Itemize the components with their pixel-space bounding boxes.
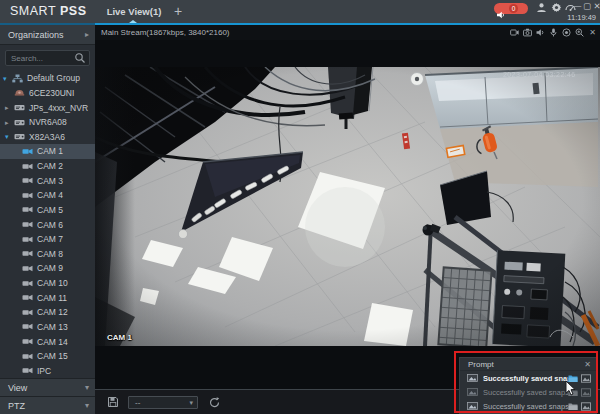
- talk-icon[interactable]: [549, 28, 558, 37]
- cam-icon: [22, 220, 34, 229]
- expand-icon[interactable]: ▾: [5, 133, 14, 140]
- tree-item-label: CAM 13: [37, 322, 68, 332]
- snapshot-thumbnail-icon: [467, 388, 478, 396]
- ptz-panel-header[interactable]: PTZ ▾: [0, 396, 95, 414]
- cam-icon: [22, 337, 34, 346]
- tree-item-label: CAM 2: [37, 161, 63, 171]
- tree-item-label: CAM 12: [37, 307, 68, 317]
- dropdown-value: --: [135, 398, 140, 407]
- tree-item-x82a3a6[interactable]: ▾X82A3A6: [0, 130, 95, 145]
- tree-item-cam-9[interactable]: CAM 9: [0, 261, 95, 276]
- open-folder-icon[interactable]: [568, 388, 578, 397]
- search-box[interactable]: [5, 50, 90, 66]
- tree-item-cam-11[interactable]: CAM 11: [0, 290, 95, 305]
- cam-icon: [22, 176, 34, 185]
- tree-item-cam-3[interactable]: CAM 3: [0, 173, 95, 188]
- cam-icon: [22, 366, 34, 375]
- smartpss-window: SMART PSS Live View(1) + 0 — ▢ ✕ 11:19:4…: [0, 0, 600, 414]
- tree-item-cam-15[interactable]: CAM 15: [0, 349, 95, 364]
- tree-item-cam-13[interactable]: CAM 13: [0, 320, 95, 335]
- alarm-button[interactable]: 0: [494, 3, 528, 14]
- view-caret-icon: ▾: [85, 379, 89, 397]
- dropdown-caret-icon: ▾: [189, 397, 193, 409]
- close-video-icon[interactable]: ✕: [588, 28, 597, 37]
- expand-icon[interactable]: ▸: [5, 119, 14, 126]
- open-image-icon[interactable]: [581, 374, 591, 383]
- speaker-icon: [497, 5, 505, 13]
- snapshot-thumbnail-icon: [467, 402, 478, 410]
- video-tile-header[interactable]: Main Stream(1867kbps, 3840*2160) ✕: [95, 25, 600, 40]
- snapshot-icon[interactable]: [523, 28, 532, 37]
- tree-item-label: CAM 3: [37, 176, 63, 186]
- tree-item-default-group[interactable]: ▾Default Group: [0, 71, 95, 86]
- tree-item-label: CAM 4: [37, 190, 63, 200]
- search-input[interactable]: [6, 54, 74, 63]
- tree-item-cam-2[interactable]: CAM 2: [0, 159, 95, 174]
- prompt-message: Successfully saved snapshot: [483, 402, 568, 411]
- digital-zoom-icon[interactable]: [575, 28, 584, 37]
- close-button[interactable]: ✕: [592, 1, 600, 12]
- osd-camera-name: CAM 1: [107, 333, 132, 342]
- save-view-icon[interactable]: [107, 396, 119, 408]
- refresh-icon[interactable]: [208, 396, 221, 409]
- user-icon[interactable]: [536, 2, 547, 13]
- tree-item-cam-10[interactable]: CAM 10: [0, 276, 95, 291]
- tree-item-cam-7[interactable]: CAM 7: [0, 232, 95, 247]
- tree-item-6ce230uni[interactable]: 6CE230UNI: [0, 86, 95, 101]
- tree-item-label: CAM 9: [37, 263, 63, 273]
- live-view-pane: Main Stream(1867kbps, 3840*2160) ✕: [95, 25, 600, 414]
- open-image-icon[interactable]: [581, 388, 591, 397]
- prompt-header: Prompt ✕: [460, 358, 596, 371]
- organizations-header[interactable]: Organizations ▸: [0, 25, 95, 45]
- cam-icon: [22, 162, 34, 171]
- tree-item-nvr6a08[interactable]: ▸NVR6A08: [0, 115, 95, 130]
- tree-item-cam-12[interactable]: CAM 12: [0, 305, 95, 320]
- tree-item-cam-5[interactable]: CAM 5: [0, 203, 95, 218]
- prompt-row-2: Successfully saved snapshot: [460, 385, 596, 399]
- sidebar: Organizations ▸ ▾Default Group6CE230UNI▸…: [0, 25, 95, 414]
- add-tab-button[interactable]: +: [170, 1, 186, 23]
- tree-item-cam-8[interactable]: CAM 8: [0, 247, 95, 262]
- cam-icon: [22, 205, 34, 214]
- tree-item-label: IPC: [37, 366, 51, 376]
- audio-icon[interactable]: [536, 28, 545, 37]
- tree-item-label: CAM 5: [37, 205, 63, 215]
- cam-icon: [22, 264, 34, 273]
- tree-item-label: CAM 8: [37, 249, 63, 259]
- prompt-message: Successfully saved snapshot: [483, 374, 568, 383]
- prompt-message: Successfully saved snapshot: [483, 388, 568, 397]
- tree-item-jps-4xxx-nvr[interactable]: ▸JPs_4xxx_NVR: [0, 100, 95, 115]
- tree-item-cam-1[interactable]: CAM 1: [0, 144, 95, 159]
- organizations-title: Organizations: [8, 30, 64, 40]
- open-image-icon[interactable]: [581, 402, 591, 411]
- group-icon: [12, 74, 24, 83]
- tree-item-cam-14[interactable]: CAM 14: [0, 334, 95, 349]
- tree-item-label: X82A3A6: [29, 132, 65, 142]
- tree-item-label: CAM 14: [37, 337, 68, 347]
- minimize-button[interactable]: —: [572, 1, 582, 12]
- gear-icon[interactable]: [551, 2, 562, 13]
- snapshot-thumbnail-icon: [467, 374, 478, 382]
- prompt-close-icon[interactable]: ✕: [584, 358, 591, 371]
- ptz-caret-icon: ▾: [85, 397, 89, 414]
- local-record-icon[interactable]: [510, 28, 519, 37]
- view-select-dropdown[interactable]: -- ▾: [128, 396, 198, 409]
- view-panel-header[interactable]: View ▾: [0, 378, 95, 396]
- camera-scene: [95, 67, 600, 346]
- cam-icon: [22, 352, 34, 361]
- tree-item-label: CAM 15: [37, 351, 68, 361]
- open-folder-icon[interactable]: [568, 374, 578, 383]
- view-panel-label: View: [8, 383, 27, 393]
- maximize-button[interactable]: ▢: [582, 1, 592, 12]
- tree-item-cam-6[interactable]: CAM 6: [0, 217, 95, 232]
- instant-record-icon[interactable]: [562, 28, 571, 37]
- expand-icon[interactable]: ▾: [3, 75, 12, 82]
- device-tree: ▾Default Group6CE230UNI▸JPs_4xxx_NVR▸NVR…: [0, 71, 95, 378]
- tree-item-ipc[interactable]: IPC: [0, 364, 95, 379]
- expand-icon[interactable]: ▸: [5, 104, 14, 111]
- tree-item-cam-4[interactable]: CAM 4: [0, 188, 95, 203]
- video-canvas[interactable]: 2023-07-04 03:22:46 CAM 1: [95, 40, 600, 389]
- nvr-icon: [14, 118, 26, 127]
- prompt-row-actions: [568, 402, 591, 411]
- open-folder-icon[interactable]: [568, 402, 578, 411]
